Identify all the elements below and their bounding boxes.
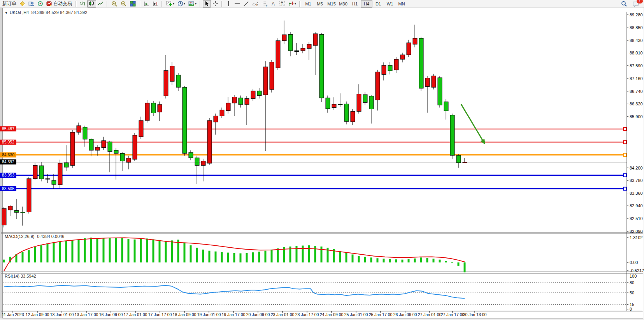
date-tick-label: 20 Jan 09:00	[246, 312, 270, 317]
date-tick-label: 11 Jan 2023	[2, 312, 24, 317]
candle-body	[413, 38, 417, 44]
candle-body	[64, 163, 68, 167]
candle-body	[382, 65, 386, 74]
macd-indicator-label: MACD(12,26,9) -0.4384 0.0046	[5, 234, 64, 239]
candle-body	[407, 43, 411, 55]
candle-body	[52, 180, 56, 184]
price-flag-84.392: 84.392	[0, 159, 16, 164]
price-tick-label: 89.280	[630, 12, 643, 17]
candle-body	[170, 66, 174, 82]
date-tick-label: 17 Jan 01:00	[124, 312, 147, 317]
hline-handle	[623, 174, 626, 177]
price-tick-label: 87.590	[630, 63, 643, 68]
date-tick-label: 25 Jan 01:00	[344, 312, 368, 317]
price-tick-label: 82.090	[630, 229, 643, 234]
candle-body	[444, 102, 448, 111]
candle-body	[2, 208, 6, 225]
candle-body	[319, 34, 324, 98]
candle-body	[182, 87, 187, 154]
date-tick-label: 24 Jan 09:00	[320, 312, 344, 317]
candle-body	[189, 152, 193, 158]
candle-body	[270, 62, 274, 89]
hline-handle	[623, 141, 626, 144]
price-tick-label: 88.430	[630, 38, 643, 43]
date-tick-label: 23 Jan 17:00	[295, 312, 319, 317]
candle-body	[14, 211, 19, 213]
candle-body	[357, 94, 361, 112]
symbol-period-label: UKOil-,H4	[10, 10, 29, 15]
candle-body	[295, 51, 299, 51]
date-tick-label: 13 Jan 01:00	[50, 312, 74, 317]
candle-body	[344, 104, 349, 121]
candle-body	[245, 98, 249, 104]
candle-body	[133, 135, 137, 159]
hline-handle	[623, 153, 626, 156]
date-tick-label: 12 Jan 09:00	[26, 312, 49, 317]
candle-body	[332, 104, 336, 108]
candle-body	[139, 121, 143, 137]
rsi-axis-label: 0	[630, 307, 632, 311]
price-flag-85.052: 85.052	[0, 140, 16, 145]
candle-body	[432, 76, 436, 87]
price-tick-label: 84.200	[630, 166, 643, 170]
price-tick-label: 82.510	[630, 216, 643, 221]
date-tick-label: 13 Jan 17:00	[75, 312, 98, 317]
macd-axis-label: 0.00	[630, 260, 638, 265]
candle-body	[338, 104, 342, 105]
chart-symbol-header: ▼UKOil-,H4 84.369 84.529 84.367 84.392	[5, 10, 87, 15]
rsi-indicator-label: RSI(14) 33.5942	[5, 274, 36, 278]
date-tick-label: 17 Jan 17:00	[148, 312, 172, 317]
candle-body	[126, 158, 131, 163]
candle-body	[145, 103, 149, 121]
candle-body	[95, 147, 100, 150]
candle-body	[33, 165, 37, 178]
date-tick-label: 26 Jan 09:00	[393, 312, 417, 317]
candle-body	[400, 55, 405, 59]
candle-body	[214, 116, 218, 122]
candle-body	[456, 156, 461, 163]
candle-body	[158, 105, 162, 112]
candle-body	[120, 153, 125, 161]
rsi-axis-label: 100	[630, 274, 637, 278]
date-tick-label: 27 Jan 01:00	[418, 312, 442, 317]
price-flag-83.953: 83.953	[0, 173, 16, 178]
price-tick-label: 85.900	[630, 114, 643, 119]
candle-body	[8, 206, 12, 210]
candle-body	[164, 70, 168, 96]
date-tick-label: 16 Jan 09:00	[99, 312, 123, 317]
hline-handle	[623, 187, 626, 190]
candle-body	[326, 98, 330, 109]
candle-body	[450, 115, 454, 156]
date-tick-label: 27 Jan 17:00	[441, 312, 465, 317]
price-flag-85.487: 85.487	[0, 126, 16, 131]
rsi-axis-label: 80	[630, 280, 634, 285]
candle-body	[176, 75, 181, 87]
macd-axis-label: 1.3102	[630, 235, 643, 240]
candle-body	[263, 67, 268, 95]
candle-body	[257, 91, 261, 96]
candle-body	[307, 44, 311, 49]
candle-body	[27, 178, 31, 212]
date-tick-label: 19 Jan 01:00	[197, 312, 221, 317]
rsi-line	[4, 285, 465, 298]
ohlc-readout: 84.369 84.529 84.367 84.392	[32, 10, 88, 15]
candle-body	[39, 166, 44, 179]
candle-body	[108, 142, 112, 152]
one-click-trading-icon[interactable]: ▼	[5, 11, 8, 15]
candle-body	[363, 94, 367, 102]
price-chart-canvas[interactable]	[0, 0, 644, 320]
date-tick-label: 23 Jan 01:00	[271, 312, 295, 317]
candle-body	[77, 126, 81, 132]
candle-body	[369, 96, 374, 109]
candle-body	[276, 41, 280, 68]
candle-body	[251, 91, 255, 98]
candle-body	[425, 78, 430, 87]
price-flag-84.630: 84.630	[0, 152, 16, 157]
price-tick-label: 88.850	[630, 25, 643, 30]
candle-body	[438, 78, 442, 105]
macd-axis-label: -0.5217	[630, 268, 644, 273]
candle-body	[89, 139, 93, 150]
hline-handle	[623, 128, 626, 131]
date-tick-label: 25 Jan 17:00	[369, 312, 393, 317]
price-tick-label: 83.360	[630, 191, 643, 196]
